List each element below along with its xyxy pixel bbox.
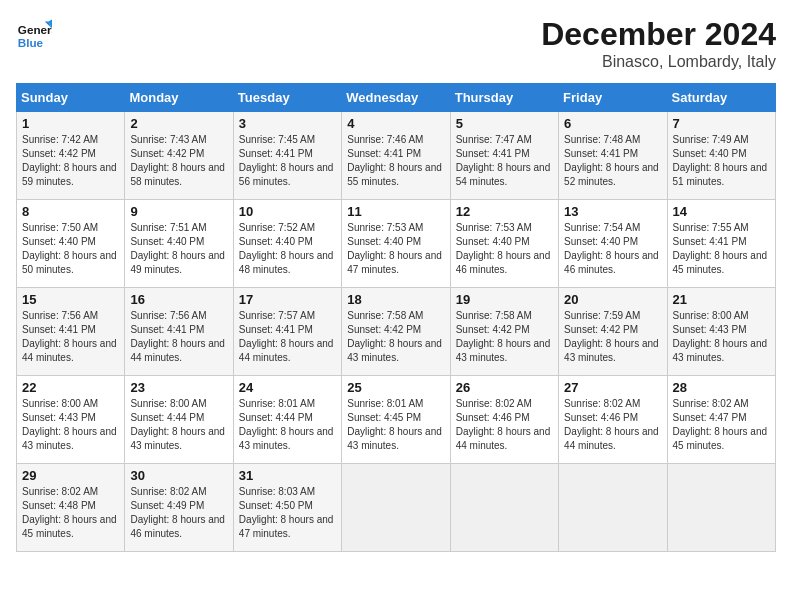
calendar-day-cell: 4 Sunrise: 7:46 AM Sunset: 4:41 PM Dayli…: [342, 112, 450, 200]
day-detail: Sunrise: 8:02 AM Sunset: 4:46 PM Dayligh…: [564, 398, 659, 451]
calendar-day-cell: [559, 464, 667, 552]
day-detail: Sunrise: 7:59 AM Sunset: 4:42 PM Dayligh…: [564, 310, 659, 363]
svg-text:Blue: Blue: [18, 36, 44, 49]
day-number: 27: [564, 380, 661, 395]
day-detail: Sunrise: 7:57 AM Sunset: 4:41 PM Dayligh…: [239, 310, 334, 363]
weekday-header: Friday: [559, 84, 667, 112]
calendar-day-cell: 8 Sunrise: 7:50 AM Sunset: 4:40 PM Dayli…: [17, 200, 125, 288]
weekday-header: Thursday: [450, 84, 558, 112]
calendar-day-cell: 1 Sunrise: 7:42 AM Sunset: 4:42 PM Dayli…: [17, 112, 125, 200]
calendar-title: December 2024: [541, 16, 776, 53]
day-number: 30: [130, 468, 227, 483]
day-detail: Sunrise: 7:52 AM Sunset: 4:40 PM Dayligh…: [239, 222, 334, 275]
day-detail: Sunrise: 8:02 AM Sunset: 4:47 PM Dayligh…: [673, 398, 768, 451]
day-number: 25: [347, 380, 444, 395]
calendar-table: SundayMondayTuesdayWednesdayThursdayFrid…: [16, 83, 776, 552]
day-number: 10: [239, 204, 336, 219]
day-detail: Sunrise: 7:53 AM Sunset: 4:40 PM Dayligh…: [347, 222, 442, 275]
day-detail: Sunrise: 8:02 AM Sunset: 4:48 PM Dayligh…: [22, 486, 117, 539]
calendar-day-cell: 15 Sunrise: 7:56 AM Sunset: 4:41 PM Dayl…: [17, 288, 125, 376]
header: General Blue December 2024 Binasco, Lomb…: [16, 16, 776, 71]
day-number: 9: [130, 204, 227, 219]
day-number: 6: [564, 116, 661, 131]
calendar-day-cell: 20 Sunrise: 7:59 AM Sunset: 4:42 PM Dayl…: [559, 288, 667, 376]
calendar-day-cell: [450, 464, 558, 552]
day-number: 7: [673, 116, 770, 131]
calendar-day-cell: 13 Sunrise: 7:54 AM Sunset: 4:40 PM Dayl…: [559, 200, 667, 288]
logo: General Blue: [16, 16, 52, 52]
calendar-body: 1 Sunrise: 7:42 AM Sunset: 4:42 PM Dayli…: [17, 112, 776, 552]
day-detail: Sunrise: 7:53 AM Sunset: 4:40 PM Dayligh…: [456, 222, 551, 275]
day-detail: Sunrise: 8:02 AM Sunset: 4:46 PM Dayligh…: [456, 398, 551, 451]
calendar-week-row: 15 Sunrise: 7:56 AM Sunset: 4:41 PM Dayl…: [17, 288, 776, 376]
calendar-day-cell: 27 Sunrise: 8:02 AM Sunset: 4:46 PM Dayl…: [559, 376, 667, 464]
day-detail: Sunrise: 7:46 AM Sunset: 4:41 PM Dayligh…: [347, 134, 442, 187]
day-detail: Sunrise: 7:58 AM Sunset: 4:42 PM Dayligh…: [456, 310, 551, 363]
day-number: 15: [22, 292, 119, 307]
calendar-day-cell: 6 Sunrise: 7:48 AM Sunset: 4:41 PM Dayli…: [559, 112, 667, 200]
calendar-day-cell: 12 Sunrise: 7:53 AM Sunset: 4:40 PM Dayl…: [450, 200, 558, 288]
day-number: 31: [239, 468, 336, 483]
day-number: 4: [347, 116, 444, 131]
calendar-week-row: 29 Sunrise: 8:02 AM Sunset: 4:48 PM Dayl…: [17, 464, 776, 552]
day-detail: Sunrise: 7:42 AM Sunset: 4:42 PM Dayligh…: [22, 134, 117, 187]
day-number: 24: [239, 380, 336, 395]
calendar-day-cell: 21 Sunrise: 8:00 AM Sunset: 4:43 PM Dayl…: [667, 288, 775, 376]
day-number: 11: [347, 204, 444, 219]
day-detail: Sunrise: 8:03 AM Sunset: 4:50 PM Dayligh…: [239, 486, 334, 539]
calendar-day-cell: 24 Sunrise: 8:01 AM Sunset: 4:44 PM Dayl…: [233, 376, 341, 464]
day-detail: Sunrise: 8:00 AM Sunset: 4:43 PM Dayligh…: [22, 398, 117, 451]
day-detail: Sunrise: 7:43 AM Sunset: 4:42 PM Dayligh…: [130, 134, 225, 187]
day-detail: Sunrise: 7:54 AM Sunset: 4:40 PM Dayligh…: [564, 222, 659, 275]
day-number: 16: [130, 292, 227, 307]
day-detail: Sunrise: 8:01 AM Sunset: 4:44 PM Dayligh…: [239, 398, 334, 451]
day-number: 29: [22, 468, 119, 483]
weekday-header: Tuesday: [233, 84, 341, 112]
title-area: December 2024 Binasco, Lombardy, Italy: [541, 16, 776, 71]
day-detail: Sunrise: 7:48 AM Sunset: 4:41 PM Dayligh…: [564, 134, 659, 187]
weekday-header: Sunday: [17, 84, 125, 112]
day-number: 14: [673, 204, 770, 219]
calendar-day-cell: 23 Sunrise: 8:00 AM Sunset: 4:44 PM Dayl…: [125, 376, 233, 464]
day-detail: Sunrise: 7:51 AM Sunset: 4:40 PM Dayligh…: [130, 222, 225, 275]
logo-icon: General Blue: [16, 16, 52, 52]
day-detail: Sunrise: 7:49 AM Sunset: 4:40 PM Dayligh…: [673, 134, 768, 187]
calendar-day-cell: 18 Sunrise: 7:58 AM Sunset: 4:42 PM Dayl…: [342, 288, 450, 376]
day-number: 1: [22, 116, 119, 131]
day-number: 13: [564, 204, 661, 219]
day-number: 2: [130, 116, 227, 131]
calendar-day-cell: 19 Sunrise: 7:58 AM Sunset: 4:42 PM Dayl…: [450, 288, 558, 376]
day-detail: Sunrise: 7:55 AM Sunset: 4:41 PM Dayligh…: [673, 222, 768, 275]
day-detail: Sunrise: 8:00 AM Sunset: 4:44 PM Dayligh…: [130, 398, 225, 451]
day-number: 18: [347, 292, 444, 307]
day-number: 5: [456, 116, 553, 131]
calendar-day-cell: 16 Sunrise: 7:56 AM Sunset: 4:41 PM Dayl…: [125, 288, 233, 376]
day-number: 17: [239, 292, 336, 307]
calendar-day-cell: 30 Sunrise: 8:02 AM Sunset: 4:49 PM Dayl…: [125, 464, 233, 552]
day-detail: Sunrise: 7:47 AM Sunset: 4:41 PM Dayligh…: [456, 134, 551, 187]
weekday-header: Saturday: [667, 84, 775, 112]
day-number: 19: [456, 292, 553, 307]
calendar-subtitle: Binasco, Lombardy, Italy: [541, 53, 776, 71]
calendar-day-cell: [342, 464, 450, 552]
day-number: 12: [456, 204, 553, 219]
calendar-week-row: 22 Sunrise: 8:00 AM Sunset: 4:43 PM Dayl…: [17, 376, 776, 464]
day-detail: Sunrise: 7:45 AM Sunset: 4:41 PM Dayligh…: [239, 134, 334, 187]
svg-text:General: General: [18, 23, 52, 36]
calendar-day-cell: 28 Sunrise: 8:02 AM Sunset: 4:47 PM Dayl…: [667, 376, 775, 464]
calendar-day-cell: 29 Sunrise: 8:02 AM Sunset: 4:48 PM Dayl…: [17, 464, 125, 552]
day-number: 28: [673, 380, 770, 395]
day-detail: Sunrise: 7:56 AM Sunset: 4:41 PM Dayligh…: [130, 310, 225, 363]
calendar-week-row: 8 Sunrise: 7:50 AM Sunset: 4:40 PM Dayli…: [17, 200, 776, 288]
calendar-day-cell: 10 Sunrise: 7:52 AM Sunset: 4:40 PM Dayl…: [233, 200, 341, 288]
calendar-day-cell: 26 Sunrise: 8:02 AM Sunset: 4:46 PM Dayl…: [450, 376, 558, 464]
calendar-week-row: 1 Sunrise: 7:42 AM Sunset: 4:42 PM Dayli…: [17, 112, 776, 200]
calendar-day-cell: 25 Sunrise: 8:01 AM Sunset: 4:45 PM Dayl…: [342, 376, 450, 464]
calendar-day-cell: 3 Sunrise: 7:45 AM Sunset: 4:41 PM Dayli…: [233, 112, 341, 200]
day-number: 21: [673, 292, 770, 307]
weekday-header: Wednesday: [342, 84, 450, 112]
calendar-day-cell: 2 Sunrise: 7:43 AM Sunset: 4:42 PM Dayli…: [125, 112, 233, 200]
day-detail: Sunrise: 7:50 AM Sunset: 4:40 PM Dayligh…: [22, 222, 117, 275]
calendar-day-cell: 11 Sunrise: 7:53 AM Sunset: 4:40 PM Dayl…: [342, 200, 450, 288]
calendar-day-cell: 5 Sunrise: 7:47 AM Sunset: 4:41 PM Dayli…: [450, 112, 558, 200]
